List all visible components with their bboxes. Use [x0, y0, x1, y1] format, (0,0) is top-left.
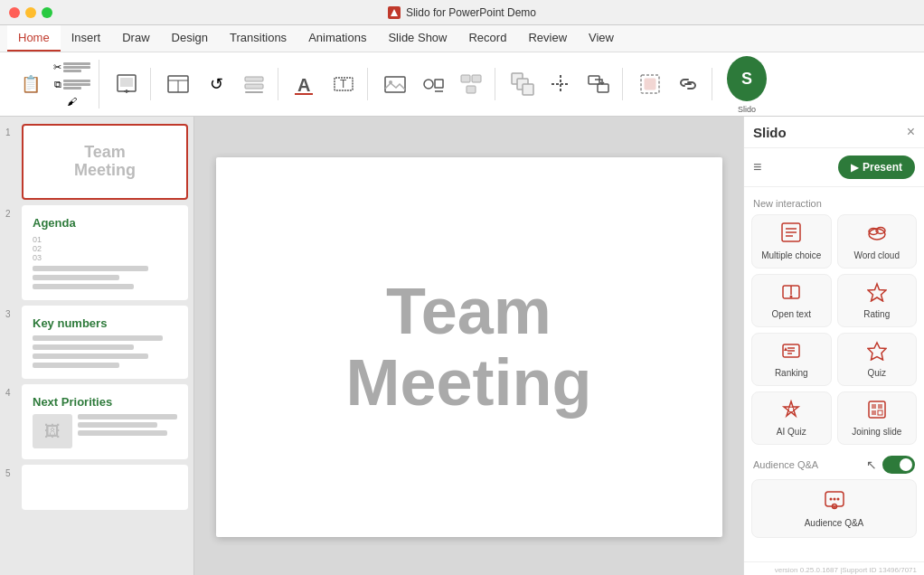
svg-point-17	[424, 80, 433, 89]
svg-rect-55	[878, 410, 882, 415]
svg-text:A: A	[297, 75, 310, 95]
pictures-button[interactable]	[377, 68, 413, 100]
tab-view[interactable]: View	[578, 25, 625, 52]
present-button[interactable]: ▶ Present	[838, 156, 915, 179]
new-slide-icon	[114, 71, 139, 97]
open-text-label: Open text	[772, 309, 811, 319]
slide-thumb-5: 5	[5, 465, 188, 510]
svg-point-41	[790, 296, 793, 298]
text-box-button[interactable]: T	[325, 68, 362, 100]
hamburger-menu[interactable]: ≡	[753, 159, 761, 175]
tab-insert[interactable]: Insert	[61, 25, 112, 52]
cursor-indicator: ↖	[866, 457, 877, 472]
slido-header: Slido ×	[744, 117, 924, 148]
word-cloud-label: Word cloud	[854, 250, 900, 260]
slide-card-4[interactable]: Next Priorities 🖼	[22, 384, 188, 459]
svg-rect-10	[245, 91, 263, 93]
select-icon	[637, 71, 663, 97]
close-button[interactable]	[9, 7, 20, 18]
ribbon: Home Insert Draw Design Transitions Anim…	[0, 25, 924, 117]
slide-number-1: 1	[5, 124, 16, 137]
slide-3-lines	[33, 335, 177, 368]
line-2	[33, 344, 134, 350]
select-button[interactable]	[632, 68, 668, 100]
tab-design[interactable]: Design	[161, 25, 219, 52]
rating-label: Rating	[863, 309, 890, 319]
slido-actions: ≡ ▶ Present	[744, 148, 924, 187]
slide-3-title: Key numbers	[33, 316, 177, 330]
audience-qa-card[interactable]: Audience Q&A	[751, 479, 917, 538]
rating-card[interactable]: Rating	[837, 274, 918, 327]
svg-marker-48	[784, 347, 787, 351]
slide-card-1[interactable]: TeamMeeting	[22, 124, 188, 200]
maximize-button[interactable]	[42, 7, 52, 18]
format-painter-button[interactable]: 🖌	[51, 94, 93, 108]
titlebar: Slido for PowerPoint Demo	[0, 0, 924, 25]
arrange-button[interactable]	[504, 68, 541, 100]
section-button[interactable]	[236, 68, 272, 100]
slide-thumb-2: 2 Agenda 010203	[5, 205, 188, 300]
paste-icon: 📋	[18, 71, 43, 97]
multiple-choice-card[interactable]: Multiple choice	[751, 214, 832, 269]
line-3	[33, 353, 148, 359]
svg-rect-20	[461, 75, 470, 82]
format-button[interactable]	[542, 68, 579, 100]
audience-qa-card-icon	[824, 489, 845, 514]
tab-record[interactable]: Record	[457, 25, 517, 52]
layout-button[interactable]	[160, 68, 196, 100]
slido-close-button[interactable]: ×	[907, 124, 915, 140]
joining-slide-card[interactable]: Joining slide	[837, 391, 918, 445]
new-slide-button[interactable]	[108, 68, 145, 100]
arrange-icon	[510, 71, 535, 97]
ranking-label: Ranking	[775, 368, 808, 378]
reset-icon: ↺	[203, 71, 229, 97]
tab-animations[interactable]: Animations	[297, 25, 377, 52]
font-icon: A	[293, 71, 318, 97]
shapes-icon	[420, 71, 446, 97]
copy-button[interactable]: ⧉	[51, 77, 93, 92]
tab-review[interactable]: Review	[517, 25, 578, 52]
cut-button[interactable]: ✂	[51, 60, 93, 75]
smartart-button[interactable]	[453, 68, 489, 100]
slide-4-title: Next Priorities	[33, 395, 177, 409]
app-icon	[388, 6, 401, 19]
line-2	[78, 422, 157, 428]
replace-button[interactable]	[580, 68, 617, 100]
tab-transitions[interactable]: Transitions	[219, 25, 297, 52]
tab-slideshow[interactable]: Slide Show	[377, 25, 457, 52]
word-cloud-card[interactable]: Word cloud	[837, 214, 918, 269]
svg-marker-43	[868, 284, 886, 301]
shapes-button[interactable]	[415, 68, 451, 100]
slide-panel: 1 TeamMeeting 2 Agenda 010203	[0, 117, 194, 575]
reset-button[interactable]: ↺	[198, 68, 234, 100]
paste-button[interactable]: 📋	[13, 68, 49, 100]
slido-ribbon-button[interactable]: S Slido	[721, 54, 772, 114]
link-button[interactable]	[670, 68, 706, 100]
tab-home[interactable]: Home	[7, 25, 61, 52]
line-1	[78, 414, 177, 419]
cut-icon: ✂	[53, 61, 61, 73]
main-area: 1 TeamMeeting 2 Agenda 010203	[0, 117, 924, 575]
slide-card-5[interactable]	[22, 465, 188, 510]
open-text-icon	[781, 282, 801, 306]
open-text-card[interactable]: Open text	[751, 274, 832, 327]
present-play-icon: ▶	[851, 162, 858, 174]
section-icon	[241, 71, 267, 97]
slido-avatar: S	[727, 56, 767, 101]
multiple-choice-label: Multiple choice	[761, 250, 821, 260]
ai-quiz-card[interactable]: AI Quiz	[751, 391, 832, 445]
slide-card-2[interactable]: Agenda 010203	[22, 205, 188, 300]
ranking-card[interactable]: Ranking	[751, 333, 832, 386]
font-button[interactable]: A	[288, 68, 324, 100]
tab-draw[interactable]: Draw	[111, 25, 160, 52]
svg-rect-22	[467, 86, 476, 93]
toolbar-group-paste: 📋 ✂ ⧉	[7, 60, 99, 108]
pictures-icon	[382, 71, 408, 97]
svg-rect-21	[472, 75, 481, 82]
minimize-button[interactable]	[25, 7, 36, 18]
slide-card-3[interactable]: Key numbers	[22, 306, 188, 379]
audience-qa-toggle[interactable]	[882, 456, 915, 474]
ribbon-tabs: Home Insert Draw Design Transitions Anim…	[0, 25, 924, 52]
quiz-card[interactable]: Quiz	[837, 333, 918, 386]
slide-1-title: TeamMeeting	[74, 144, 136, 180]
